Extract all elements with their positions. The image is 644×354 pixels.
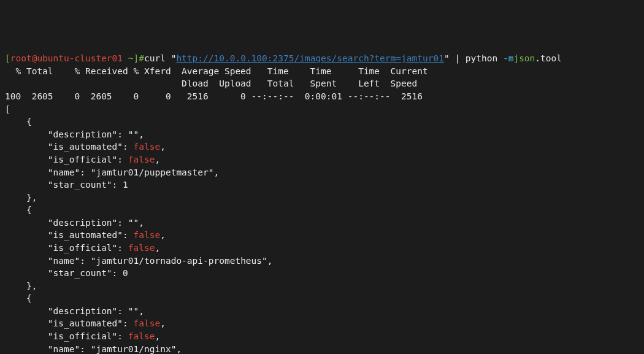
json-line: "star_count": 0 (5, 268, 128, 278)
json-line: "star_count": 1 (5, 180, 128, 190)
json-obj-open: { (5, 205, 32, 215)
cmd-curl: curl (144, 53, 171, 63)
json-obj-open: { (5, 293, 32, 303)
json-line: "description": "", (5, 129, 144, 139)
curl-progress: 100 2605 0 2605 0 0 2516 0 --:--:-- 0:00… (5, 91, 423, 101)
cmd-quote-close: " (444, 53, 450, 63)
json-line: "is_automated": false, (5, 230, 166, 240)
json-line: "name": "jamtur01/puppetmaster", (5, 167, 219, 177)
prompt-path: ~ (123, 53, 133, 63)
json-obj-close: }, (5, 193, 37, 202)
json-line: "name": "jamtur01/tornado-api-prometheus… (5, 256, 273, 266)
terminal-output: [root@ubuntu-cluster01 ~]#curl "http://1… (5, 52, 639, 354)
prompt-bracket-close: ]# (134, 53, 144, 63)
json-open: [ (5, 104, 10, 114)
curl-header-1: % Total % Received % Xferd Average Speed… (5, 66, 428, 76)
json-line: "description": "", (5, 306, 144, 316)
curl-header-2: Dload Upload Total Spent Left Speed (5, 79, 417, 88)
json-line: "is_official": false, (5, 331, 160, 341)
json-line: "is_official": false, (5, 243, 160, 253)
cmd-url: http://10.0.0.100:2375/images/search?ter… (176, 53, 444, 63)
cmd-flag: -m (503, 53, 513, 63)
cmd-pipe: | python (450, 53, 503, 63)
json-line: "name": "jamtur01/nginx", (5, 344, 182, 354)
json-obj-open: { (5, 117, 32, 126)
cmd-tool: .tool (535, 53, 562, 63)
prompt-user-host: root@ubuntu-cluster01 (10, 53, 123, 63)
json-obj-close: }, (5, 281, 37, 291)
prompt-bracket-open: [ (5, 53, 10, 63)
json-line: "description": "", (5, 218, 144, 228)
cmd-module: json (513, 53, 535, 63)
json-line: "is_official": false, (5, 155, 160, 164)
json-line: "is_automated": false, (5, 318, 166, 328)
json-line: "is_automated": false, (5, 142, 166, 152)
